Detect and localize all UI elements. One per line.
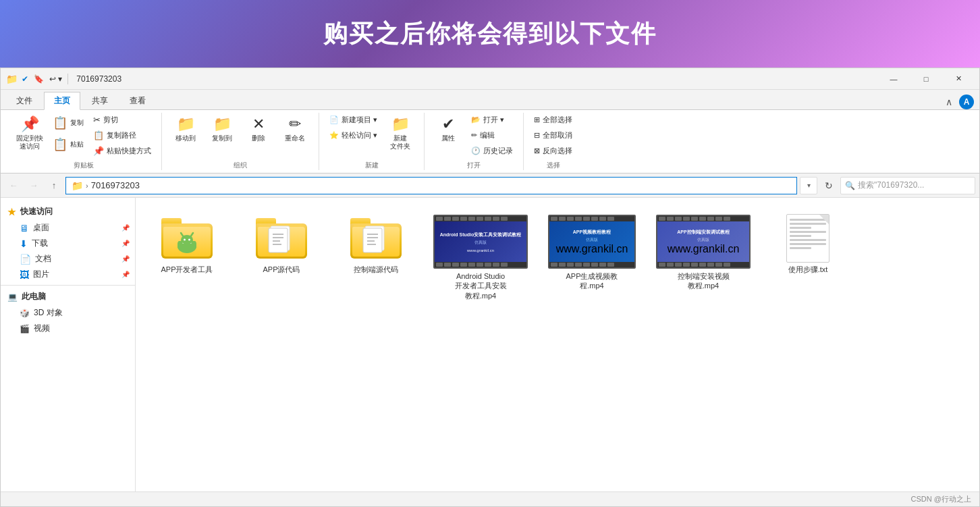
sidebar-item-documents[interactable]: 📄 文档 📌 [1,251,135,267]
sidebar-item-desktop[interactable]: 🖥 桌面 📌 [1,220,135,236]
invert-select-icon: ⊠ [534,146,540,155]
file-view: APP开发者工具 [136,198,979,491]
back-button[interactable]: ← [5,177,22,194]
refresh-button[interactable]: ↻ [820,177,838,194]
downloads-label: 下载 [32,238,48,249]
open-content: ✔ 属性 📂 打开 ▾ ✏ 编辑 🕐 历史记录 [431,113,516,158]
sidebar-item-3d-objects[interactable]: 🎲 3D 对象 [1,305,135,321]
delete-button[interactable]: ✕ 删除 [242,113,275,151]
ribbon-right-controls: ∧ A [942,95,974,109]
svg-rect-18 [363,228,382,252]
paste-icon: 📋 [53,137,67,152]
sidebar-item-videos[interactable]: 🎬 视频 [1,321,135,336]
select-content: ⊞ 全部选择 ⊟ 全部取消 ⊠ 反向选择 [530,113,576,158]
properties-button[interactable]: ✔ 属性 [431,113,465,151]
folder-ctrl-source-icon [350,218,402,259]
file-item-ctrl-source[interactable]: 控制端源代码 [335,209,416,306]
select-label: 选择 [547,161,560,170]
svg-rect-6 [178,241,180,246]
ribbon-tabs: 文件 主页 共享 查看 ∧ A [1,90,979,110]
sidebar: ★ 快速访问 🖥 桌面 📌 ⬇ 下载 📌 📄 文档 📌 🖼 图片 � [1,198,136,491]
ribbon-collapse-button[interactable]: ∧ [942,95,956,109]
tab-share[interactable]: 共享 [82,92,118,109]
ctrl-doc-icon [361,223,391,256]
undo-button[interactable]: ↩ ▾ [49,74,62,84]
status-bar: CSDN @行动之上 [1,491,979,506]
this-pc-header[interactable]: 💻 此电脑 [1,288,135,305]
easy-access-button[interactable]: ⭐ 轻松访问 ▾ [326,128,381,142]
file-item-ctrl-panel-video[interactable]: APP控制端安装调试教程 仿真版 www.grankil.cn 控制端安装视频教… [653,209,754,306]
open-button[interactable]: 📂 打开 ▾ [468,113,516,127]
select-all-button[interactable]: ⊞ 全部选择 [530,113,576,127]
edit-button[interactable]: ✏ 编辑 [468,128,516,142]
user-avatar[interactable]: A [959,95,974,109]
paste-button[interactable]: 📋 粘贴 [49,134,87,155]
filmstrip-top-2 [549,216,634,221]
filmstrip-bottom-2 [549,262,634,267]
svg-point-9 [184,239,186,241]
move-icon: 📁 [177,115,195,133]
ctrlpanel-video-link: www.grankil.cn [668,243,740,255]
breadcrumb-folder-icon: 📁 [72,180,83,191]
branding-text: CSDN @行动之上 [911,494,971,504]
address-dropdown-button[interactable]: ▾ [800,177,817,194]
cut-button[interactable]: ✂ 剪切 [90,113,155,127]
ctrlpanel-video-title: APP控制端安装调试教程 [677,229,729,236]
android-video-sub: 仿真版 [474,240,487,246]
txt-line-3 [790,227,811,229]
tab-view[interactable]: 查看 [119,92,156,109]
copy-to-button[interactable]: 📁 复制到 [205,113,239,151]
window-title: 7016973203 [76,74,121,84]
txt-line-4 [790,231,826,233]
sidebar-item-pictures[interactable]: 🖼 图片 📌 [1,267,135,282]
download-icon: ⬇ [20,238,28,249]
svg-point-8 [181,235,193,244]
appgen-video-link: www.grankil.cn [556,243,628,255]
history-button[interactable]: 🕐 历史记录 [468,144,516,158]
up-button[interactable]: ↑ [45,177,63,194]
android-logo-icon [174,229,200,255]
file-item-android-studio-video[interactable]: Android Studio安装工具安装调试教程 仿真版 www.grankil… [430,209,531,306]
app-gen-video-wrapper: APP视频教程教程 仿真版 www.grankil.cn [548,215,636,269]
bookmark-icon: 🔖 [33,74,44,84]
forward-button[interactable]: → [25,177,43,194]
search-icon: 🔍 [845,181,855,190]
new-content: 📄 新建项目 ▾ ⭐ 轻松访问 ▾ 📁 新建文件夹 [326,113,417,158]
sidebar-item-downloads[interactable]: ⬇ 下载 📌 [1,236,135,251]
breadcrumb-arrow: › [86,182,88,190]
file-item-app-gen-video[interactable]: APP视频教程教程 仿真版 www.grankil.cn APP生成视频教程.m… [545,209,639,306]
properties-icon: ✔ [442,115,454,133]
pin-button[interactable]: 📌 固定到快速访问 [13,113,47,153]
file-item-app-source[interactable]: APP源代码 [241,209,322,306]
invert-select-button[interactable]: ⊠ 反向选择 [530,144,576,158]
move-to-button[interactable]: 📁 移动到 [169,113,202,151]
ctrl-panel-video-content: APP控制端安装调试教程 仿真版 www.grankil.cn [657,221,749,262]
app-gen-video-content: APP视频教程教程 仿真版 www.grankil.cn [549,221,634,262]
copy-path-button[interactable]: 📋 复制路径 [90,128,155,142]
search-bar[interactable]: 🔍 搜索"701697320... [840,177,975,194]
desktop-label: 桌面 [33,222,49,234]
close-button[interactable]: ✕ [943,69,974,89]
new-item-button[interactable]: 📄 新建项目 ▾ [326,113,381,127]
file-label-usage-txt: 使用步骤.txt [788,265,828,274]
delete-icon: ✕ [252,115,265,133]
history-icon: 🕐 [471,146,481,155]
file-label-app-dev-tools: APP开发者工具 [161,265,213,274]
file-item-usage-txt[interactable]: 使用步骤.txt [767,209,848,306]
paste-shortcut-button[interactable]: 📌 粘贴快捷方式 [90,144,155,158]
new-folder-icon: 📁 [391,115,410,133]
breadcrumb-bar[interactable]: 📁 › 7016973203 [65,177,797,194]
rename-button[interactable]: ✏ 重命名 [278,113,312,151]
select-none-button[interactable]: ⊟ 全部取消 [530,128,576,142]
tab-file[interactable]: 文件 [6,92,43,109]
minimize-button[interactable]: — [878,69,909,89]
maximize-button[interactable]: □ [910,69,942,89]
organize-content: 📁 移动到 📁 复制到 ✕ 删除 ✏ 重命名 [169,113,312,158]
scissors-icon: ✂ [93,115,101,125]
file-label-app-gen-video: APP生成视频教程.mp4 [566,271,618,291]
new-folder-button[interactable]: 📁 新建文件夹 [383,113,417,153]
file-item-app-dev-tools[interactable]: APP开发者工具 [146,209,227,306]
tab-home[interactable]: 主页 [44,92,80,110]
copy-button[interactable]: 📋 复制 [49,113,87,133]
quick-access-header[interactable]: ★ 快速访问 [1,203,135,220]
